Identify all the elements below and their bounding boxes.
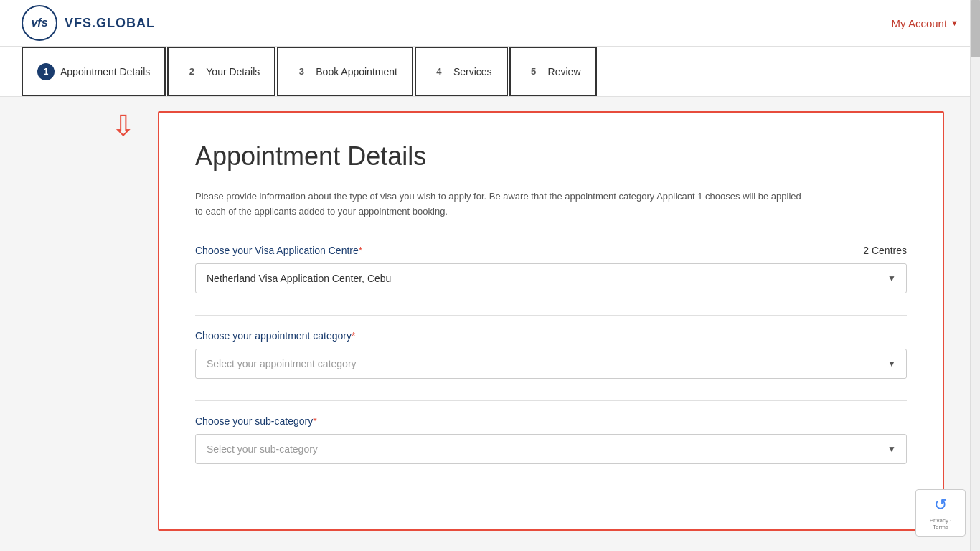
sub-category-label-row: Choose your sub-category* bbox=[195, 415, 907, 427]
step-1-label: Appointment Details bbox=[60, 66, 150, 77]
form-title: Appointment Details bbox=[195, 141, 907, 171]
my-account-label: My Account bbox=[892, 17, 948, 29]
step-4-number: 4 bbox=[430, 63, 448, 80]
main-content: ⇩ Appointment Details Please provide inf… bbox=[0, 97, 980, 545]
logo-text: VFS.GLOBAL bbox=[65, 16, 155, 31]
appointment-category-select-wrapper: Select your appointment category bbox=[195, 349, 907, 379]
header: vfs VFS.GLOBAL My Account ▼ bbox=[0, 0, 980, 47]
appointment-category-label-row: Choose your appointment category* bbox=[195, 330, 907, 342]
visa-centre-label: Choose your Visa Application Centre* bbox=[195, 245, 362, 256]
required-marker-3: * bbox=[313, 415, 316, 427]
sub-category-label: Choose your sub-category* bbox=[195, 415, 317, 427]
step-5-number: 5 bbox=[525, 63, 542, 80]
step-appointment-details[interactable]: 1 Appointment Details bbox=[22, 47, 166, 96]
form-description: Please provide information about the typ… bbox=[195, 189, 805, 220]
appointment-category-label: Choose your appointment category* bbox=[195, 330, 355, 342]
scrollbar-thumb[interactable] bbox=[971, 0, 980, 57]
recaptcha-icon: ↺ bbox=[923, 496, 958, 514]
my-account-button[interactable]: My Account ▼ bbox=[892, 17, 958, 29]
form-container: Appointment Details Please provide infor… bbox=[158, 111, 944, 531]
centres-count: 2 Centres bbox=[863, 245, 907, 256]
step-1-number: 1 bbox=[37, 63, 55, 80]
arrow-indicator: ⇩ bbox=[111, 111, 136, 140]
divider-1 bbox=[195, 315, 907, 316]
visa-centre-group: Choose your Visa Application Centre* 2 C… bbox=[195, 245, 907, 293]
sub-category-select[interactable]: Select your sub-category bbox=[195, 434, 907, 464]
step-your-details[interactable]: 2 Your Details bbox=[167, 47, 275, 96]
step-book-appointment[interactable]: 3 Book Appointment bbox=[277, 47, 413, 96]
step-services[interactable]: 4 Services bbox=[415, 47, 508, 96]
visa-centre-select[interactable]: Netherland Visa Application Center, Cebu… bbox=[195, 263, 907, 293]
step-2-number: 2 bbox=[183, 63, 200, 80]
appointment-category-group: Choose your appointment category* Select… bbox=[195, 330, 907, 379]
sub-category-group: Choose your sub-category* Select your su… bbox=[195, 415, 907, 464]
step-review[interactable]: 5 Review bbox=[509, 47, 597, 96]
step-4-label: Services bbox=[453, 66, 492, 77]
chevron-down-icon: ▼ bbox=[951, 19, 958, 27]
visa-centre-select-wrapper: Netherland Visa Application Center, Cebu… bbox=[195, 263, 907, 293]
required-marker: * bbox=[359, 245, 362, 256]
step-5-label: Review bbox=[548, 66, 581, 77]
logo-icon: vfs bbox=[22, 5, 57, 41]
appointment-category-select[interactable]: Select your appointment category bbox=[195, 349, 907, 379]
step-2-label: Your Details bbox=[206, 66, 260, 77]
visa-centre-label-row: Choose your Visa Application Centre* 2 C… bbox=[195, 245, 907, 256]
required-marker-2: * bbox=[352, 330, 355, 342]
sub-category-select-wrapper: Select your sub-category bbox=[195, 434, 907, 464]
divider-3 bbox=[195, 486, 907, 486]
logo-area: vfs VFS.GLOBAL bbox=[22, 5, 155, 41]
divider-2 bbox=[195, 400, 907, 401]
step-3-label: Book Appointment bbox=[316, 66, 397, 77]
scrollbar[interactable] bbox=[970, 0, 980, 545]
recaptcha-label: Privacy · Terms bbox=[923, 517, 958, 530]
step-3-number: 3 bbox=[293, 63, 310, 80]
recaptcha-badge: ↺ Privacy · Terms bbox=[915, 489, 966, 537]
navigation-steps: 1 Appointment Details 2 Your Details 3 B… bbox=[0, 47, 980, 97]
